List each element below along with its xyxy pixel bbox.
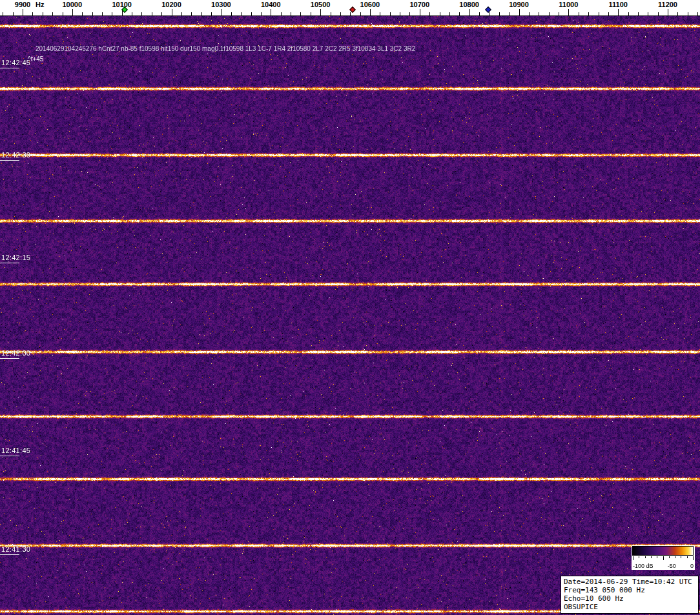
ruler-minor-tick bbox=[191, 12, 192, 15]
ruler-minor-tick bbox=[82, 12, 83, 15]
ruler-minor-tick bbox=[300, 12, 301, 15]
ruler-minor-tick bbox=[380, 12, 380, 15]
ruler-minor-tick bbox=[211, 12, 212, 15]
ruler-major-tick bbox=[172, 9, 172, 15]
ruler-minor-tick bbox=[608, 12, 609, 15]
ruler-freq-label: 11000 bbox=[559, 1, 578, 8]
ruler-minor-tick bbox=[43, 12, 43, 15]
ruler-minor-tick bbox=[52, 12, 53, 15]
ruler-minor-tick bbox=[261, 12, 262, 15]
ruler-freq-label: 10600 bbox=[360, 1, 380, 8]
ruler-major-tick bbox=[23, 9, 23, 15]
ruler-freq-label: 10000 bbox=[63, 1, 83, 8]
ruler-minor-tick bbox=[539, 12, 539, 15]
ruler-minor-tick bbox=[350, 12, 351, 15]
ruler-minor-tick bbox=[559, 12, 559, 15]
blue-diamond-marker-icon bbox=[485, 6, 491, 13]
ruler-minor-tick bbox=[440, 12, 440, 15]
ruler-unit-label: Hz bbox=[36, 1, 44, 8]
ruler-major-tick bbox=[420, 9, 420, 15]
ruler-minor-tick bbox=[360, 12, 361, 15]
ruler-minor-tick bbox=[331, 12, 331, 15]
ruler-minor-tick bbox=[688, 12, 688, 15]
ruler-minor-tick bbox=[549, 12, 550, 15]
ruler-minor-tick bbox=[697, 12, 698, 15]
ruler-minor-tick bbox=[311, 12, 311, 15]
ruler-minor-tick bbox=[340, 12, 341, 15]
ruler-major-tick bbox=[320, 9, 321, 15]
spectrogram-window: 9900100001010010200103001040010500106001… bbox=[0, 0, 700, 615]
ruler-minor-tick bbox=[231, 12, 232, 15]
ruler-freq-label: 11100 bbox=[609, 1, 628, 8]
ruler-minor-tick bbox=[579, 12, 579, 15]
ruler-minor-tick bbox=[648, 12, 648, 15]
ruler-minor-tick bbox=[132, 12, 132, 15]
ruler-minor-tick bbox=[251, 12, 252, 15]
ruler-minor-tick bbox=[409, 12, 410, 15]
ruler-minor-tick bbox=[628, 12, 629, 15]
ruler-minor-tick bbox=[390, 12, 391, 15]
ruler-major-tick bbox=[668, 9, 668, 15]
ruler-freq-label: 9900 bbox=[15, 1, 30, 8]
ruler-minor-tick bbox=[459, 12, 460, 15]
frequency-ruler: 9900100001010010200103001040010500106001… bbox=[0, 0, 700, 16]
ruler-minor-tick bbox=[102, 12, 103, 15]
ruler-minor-tick bbox=[112, 12, 112, 15]
ruler-minor-tick bbox=[291, 12, 291, 15]
ruler-minor-tick bbox=[449, 12, 450, 15]
ruler-minor-tick bbox=[529, 12, 530, 15]
ruler-minor-tick bbox=[599, 12, 599, 15]
ruler-minor-tick bbox=[181, 12, 182, 15]
ruler-freq-label: 10400 bbox=[261, 1, 281, 8]
spectrogram-canvas bbox=[0, 16, 700, 615]
ruler-minor-tick bbox=[241, 12, 242, 15]
ruler-minor-tick bbox=[161, 12, 162, 15]
ruler-minor-tick bbox=[3, 12, 3, 15]
ruler-freq-label: 10100 bbox=[112, 1, 132, 8]
ruler-minor-tick bbox=[509, 12, 510, 15]
ruler-minor-tick bbox=[13, 12, 14, 15]
ruler-minor-tick bbox=[281, 12, 282, 15]
ruler-freq-label: 10300 bbox=[211, 1, 231, 8]
ruler-minor-tick bbox=[152, 12, 152, 15]
ruler-freq-label: 10700 bbox=[410, 1, 430, 8]
ruler-minor-tick bbox=[92, 12, 93, 15]
ruler-minor-tick bbox=[63, 12, 63, 15]
ruler-minor-tick bbox=[32, 12, 33, 15]
ruler-freq-label: 10200 bbox=[161, 1, 181, 8]
ruler-major-tick bbox=[370, 9, 371, 15]
ruler-minor-tick bbox=[489, 12, 489, 15]
ruler-freq-label: 10800 bbox=[459, 1, 479, 8]
ruler-minor-tick bbox=[588, 12, 589, 15]
ruler-freq-label: 10500 bbox=[311, 1, 331, 8]
ruler-minor-tick bbox=[479, 12, 480, 15]
ruler-major-tick bbox=[271, 9, 271, 15]
ruler-minor-tick bbox=[400, 12, 400, 15]
ruler-minor-tick bbox=[429, 12, 430, 15]
ruler-major-tick bbox=[568, 9, 569, 15]
ruler-minor-tick bbox=[499, 12, 500, 15]
ruler-minor-tick bbox=[638, 12, 639, 15]
ruler-minor-tick bbox=[201, 12, 202, 15]
ruler-major-tick bbox=[469, 9, 470, 15]
ruler-major-tick bbox=[519, 9, 520, 15]
ruler-freq-label: 11200 bbox=[658, 1, 677, 8]
ruler-minor-tick bbox=[141, 12, 142, 15]
ruler-major-tick bbox=[618, 9, 619, 15]
ruler-minor-tick bbox=[658, 12, 659, 15]
ruler-minor-tick bbox=[677, 12, 678, 15]
ruler-freq-label: 10900 bbox=[509, 1, 529, 8]
ruler-major-tick bbox=[221, 9, 221, 15]
ruler-major-tick bbox=[72, 9, 73, 15]
